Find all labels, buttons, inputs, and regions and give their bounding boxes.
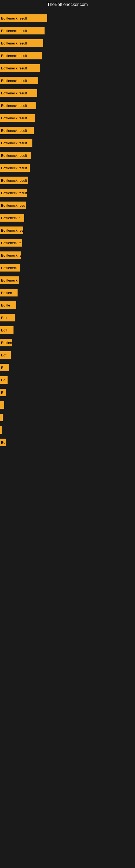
bar-label: Bottleneck result: [1, 179, 27, 183]
bar: B: [0, 364, 9, 371]
bar-row: Bottleneck result: [0, 62, 135, 74]
bar: Bottleneck res: [0, 239, 22, 247]
bar: Bottleneck result: [0, 77, 38, 84]
bar: Bottleneck resu: [0, 226, 23, 234]
bar-label: Bottleneck r: [1, 216, 20, 220]
bar: Bottleneck result: [0, 127, 34, 134]
bar-row: [0, 411, 135, 424]
bar-label: Bottleneck resu: [1, 228, 23, 232]
bar-label: Bottleneck result: [1, 79, 27, 83]
bars-container: Bottleneck resultBottleneck resultBottle…: [0, 9, 135, 452]
bar: Bottleneck result: [0, 64, 40, 72]
bar-label: Bottleneck result: [1, 129, 27, 133]
bar-label: Bottleneck: [1, 266, 17, 270]
bar-row: Bottleneck result: [0, 137, 135, 149]
bar-row: Bot: [0, 349, 135, 361]
bar: Bo: [0, 439, 6, 446]
bar-row: Bo: [0, 436, 135, 448]
bar-row: Bottleneck result: [0, 12, 135, 24]
bar-label: Bottleneck result: [1, 66, 27, 70]
bar: Bott: [0, 314, 15, 321]
bar-row: B: [0, 361, 135, 374]
bar-row: Bottleneck resu: [0, 224, 135, 237]
bar: Bot: [0, 351, 11, 359]
bar: Bottleneck result: [0, 14, 47, 22]
bar: Bottleneck result: [0, 27, 45, 34]
bar-row: [0, 399, 135, 411]
bar-label: Bott: [1, 316, 7, 320]
bar-row: Bottleneck resu: [0, 274, 135, 286]
bar: B: [0, 389, 6, 396]
bar-row: Bottlen: [0, 286, 135, 299]
bar-row: Bottle: [0, 299, 135, 311]
bar-row: Bo: [0, 374, 135, 386]
bar-row: Bott: [0, 311, 135, 324]
bar-row: Bottleneck result: [0, 149, 135, 162]
bar-row: Bottleneck result: [0, 187, 135, 199]
bar-row: Bottleneck resu: [0, 199, 135, 212]
bar-row: Bottleneck result: [0, 112, 135, 124]
bar: Bottleneck result: [0, 39, 43, 47]
bar-row: Bottleneck result: [0, 87, 135, 99]
bar-label: Bottleneck result: [1, 104, 27, 108]
bar-row: [0, 424, 135, 436]
bar: Bottlen: [0, 339, 12, 346]
bar-label: Bottleneck result: [1, 154, 27, 158]
bar-row: Bottleneck result: [0, 50, 135, 62]
bar-label: Bo: [1, 440, 5, 444]
bar-row: Bottleneck res: [0, 237, 135, 249]
bar-row: Bottleneck result: [0, 124, 135, 137]
bar-label: Bottle: [1, 303, 10, 307]
bar: Bottleneck result: [0, 152, 31, 159]
bar-label: Bottleneck result: [1, 54, 27, 58]
bar-label: Bottleneck result: [1, 166, 27, 170]
bar-label: Bot: [1, 353, 6, 357]
bar: Bottleneck: [0, 264, 20, 272]
bar-label: B: [1, 391, 3, 395]
bar: Bottleneck result: [0, 114, 35, 122]
bar-label: Bo: [1, 378, 5, 382]
bar-row: Bottleneck result: [0, 99, 135, 112]
bar: Bottlen: [0, 289, 17, 297]
bar-label: Bottlen: [1, 341, 12, 345]
bar: Bottleneck result: [0, 89, 37, 97]
bar-label: Bottleneck result: [1, 41, 27, 45]
bar-label: B: [1, 366, 3, 370]
bar: [0, 414, 3, 421]
bar-label: Bottleneck result: [1, 253, 21, 257]
bar-label: Bottleneck resu: [1, 204, 26, 208]
bar-label: Bottleneck result: [1, 141, 27, 145]
bar: Bottleneck result: [0, 139, 32, 147]
bar: Bottleneck result: [0, 52, 42, 59]
bar-label: Bottleneck result: [1, 91, 27, 95]
bar-row: Bott: [0, 324, 135, 336]
bar: Bottleneck resu: [0, 276, 19, 284]
bar-row: Bottleneck result: [0, 24, 135, 37]
bar-row: Bottleneck: [0, 261, 135, 274]
bar-label: Bottleneck result: [1, 16, 27, 20]
bar-row: Bottleneck result: [0, 249, 135, 261]
bar-label: Bottleneck result: [1, 116, 27, 120]
bar-row: Bottleneck result: [0, 74, 135, 87]
bar-row: Bottleneck result: [0, 37, 135, 50]
bar: Bottleneck r: [0, 214, 24, 222]
bar: Bott: [0, 326, 13, 334]
bar: Bottleneck resu: [0, 202, 26, 209]
bar-label: Bottleneck resu: [1, 278, 19, 282]
bar: Bottleneck result: [0, 177, 28, 184]
bar-label: Bottleneck res: [1, 241, 22, 245]
bar-row: B: [0, 386, 135, 399]
bar: Bottleneck result: [0, 251, 21, 259]
site-title: TheBottlenecker.com: [0, 0, 135, 9]
bar-label: Bottleneck result: [1, 191, 27, 195]
bar-label: Bott: [1, 328, 7, 332]
bar: Bottleneck result: [0, 189, 27, 197]
bar-row: Bottleneck result: [0, 162, 135, 174]
bar-label: Bottlen: [1, 291, 12, 295]
bar: [0, 426, 2, 434]
bar-row: Bottlen: [0, 336, 135, 349]
bar: Bottleneck result: [0, 164, 30, 172]
bar-row: Bottleneck result: [0, 174, 135, 187]
bar-row: Bottleneck r: [0, 212, 135, 224]
bar-label: Bottleneck result: [1, 29, 27, 33]
